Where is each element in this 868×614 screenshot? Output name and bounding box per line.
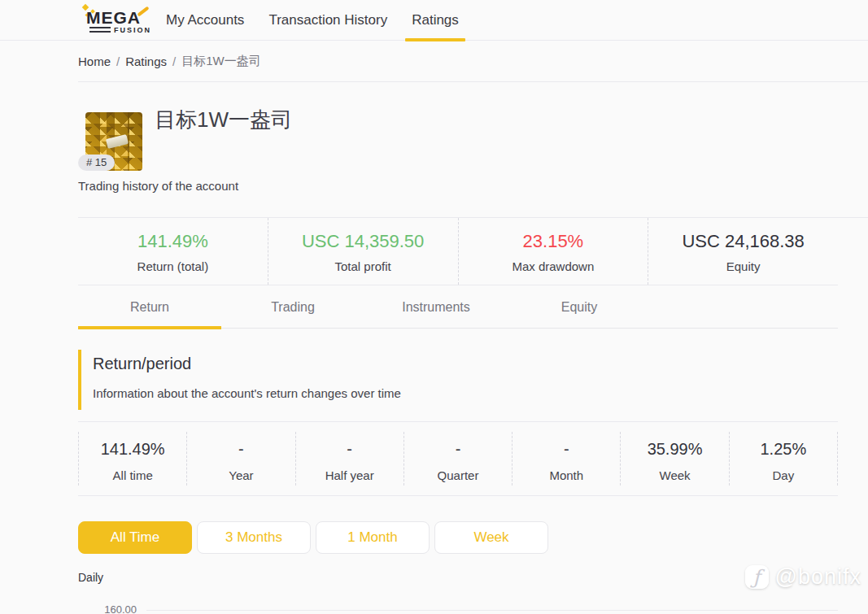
- tab-equity[interactable]: Equity: [508, 286, 651, 328]
- period-quarter: - Quarter: [403, 432, 512, 486]
- tab-instruments[interactable]: Instruments: [364, 286, 508, 328]
- stat-value: 141.49%: [78, 231, 268, 252]
- breadcrumb: Home / Ratings / 目标1W一盎司: [78, 41, 868, 82]
- period-week: 35.99% Week: [620, 432, 728, 486]
- period-value: -: [296, 440, 403, 459]
- breadcrumb-separator: /: [116, 54, 120, 68]
- period-year: - Year: [186, 432, 294, 486]
- period-label: Week: [621, 468, 728, 482]
- logo-text-fusion: FUSION: [114, 26, 151, 34]
- section-description: Information about the account's return c…: [93, 386, 648, 400]
- stat-label: Max drawdown: [459, 259, 648, 273]
- breadcrumb-ratings[interactable]: Ratings: [125, 54, 167, 68]
- account-subtitle: Trading history of the account: [78, 179, 238, 193]
- stat-max-drawdown: 23.15% Max drawdown: [458, 218, 648, 285]
- tab-label: Equity: [561, 300, 597, 315]
- breadcrumb-separator: /: [172, 54, 176, 68]
- nav-item-label: My Accounts: [166, 12, 244, 28]
- watermark-handle: @bonifx: [775, 564, 861, 590]
- period-month: - Month: [512, 432, 620, 486]
- stat-equity: USC 24,168.38 Equity: [648, 218, 838, 285]
- period-label: Half year: [296, 468, 403, 482]
- nav-item-my-accounts[interactable]: My Accounts: [166, 0, 244, 40]
- tab-label: Instruments: [402, 300, 470, 315]
- chart-gridline: [146, 610, 838, 611]
- period-value: 1.25%: [730, 440, 837, 459]
- period-label: Day: [730, 468, 837, 482]
- range-button-3-months[interactable]: 3 Months: [197, 521, 311, 554]
- fx-watermark-icon: ƒ: [745, 565, 769, 589]
- period-value: -: [187, 440, 294, 459]
- period-value: 141.49%: [79, 440, 186, 459]
- summary-stats-row: 141.49% Return (total) USC 14,359.50 Tot…: [78, 218, 838, 285]
- chart-y-axis-tick: 160.00: [89, 603, 137, 614]
- range-button-1-month[interactable]: 1 Month: [316, 521, 430, 554]
- return-period-section-header: Return/period Information about the acco…: [78, 350, 648, 410]
- period-half-year: - Half year: [295, 432, 403, 486]
- stat-return-total: 141.49% Return (total): [78, 218, 268, 285]
- nav-item-ratings[interactable]: Ratings: [412, 0, 459, 40]
- account-tabs: Return Trading Instruments Equity: [78, 286, 838, 329]
- period-label: All time: [79, 468, 186, 482]
- stat-total-profit: USC 14,359.50 Total profit: [268, 218, 458, 285]
- stat-value: 23.15%: [459, 231, 648, 252]
- account-title: 目标1W一盎司: [155, 106, 292, 134]
- stat-label: Return (total): [78, 259, 268, 273]
- stat-label: Equity: [648, 259, 838, 273]
- period-stats-row: 141.49% All time - Year - Half year - Qu…: [78, 421, 838, 496]
- watermark: ƒ @bonifx: [745, 564, 861, 590]
- section-title: Return/period: [93, 355, 648, 373]
- stat-label: Total profit: [268, 259, 458, 273]
- top-navbar: MEGA FUSION My Accounts Transaction Hist…: [0, 0, 868, 41]
- chart-range-buttons: All Time 3 Months 1 Month Week: [78, 521, 548, 554]
- chart-title: Daily: [78, 571, 103, 584]
- nav-item-label: Transaction History: [268, 12, 387, 28]
- tab-trading[interactable]: Trading: [221, 286, 364, 328]
- megafusion-logo[interactable]: MEGA FUSION: [81, 3, 153, 37]
- tab-label: Trading: [271, 300, 315, 315]
- period-label: Month: [513, 468, 620, 482]
- range-button-all-time[interactable]: All Time: [78, 521, 192, 554]
- active-tab-underline: [78, 326, 221, 329]
- period-label: Year: [187, 468, 294, 482]
- period-value: -: [513, 440, 620, 459]
- logo-lines-icon: [89, 27, 111, 33]
- period-value: 35.99%: [621, 440, 728, 459]
- nav-menu: My Accounts Transaction History Ratings: [166, 0, 483, 40]
- period-value: -: [404, 440, 512, 459]
- stat-value: USC 24,168.38: [648, 231, 838, 252]
- range-button-week[interactable]: Week: [434, 521, 548, 554]
- period-label: Quarter: [404, 468, 512, 482]
- nav-item-label: Ratings: [412, 12, 459, 28]
- tab-return[interactable]: Return: [78, 286, 221, 328]
- breadcrumb-home[interactable]: Home: [78, 54, 111, 68]
- nav-item-transaction-history[interactable]: Transaction History: [268, 0, 387, 40]
- stat-value: USC 14,359.50: [268, 231, 458, 252]
- logo-text-mega: MEGA: [86, 8, 141, 28]
- rank-badge: # 15: [78, 155, 115, 171]
- period-all-time: 141.49% All time: [78, 432, 186, 486]
- breadcrumb-current: 目标1W一盎司: [181, 54, 261, 69]
- tab-label: Return: [130, 300, 169, 315]
- period-day: 1.25% Day: [729, 432, 838, 486]
